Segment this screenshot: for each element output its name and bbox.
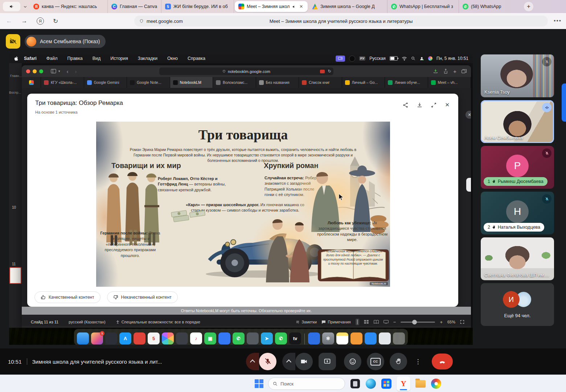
safari-tab-10[interactable]: Meet – vh... bbox=[428, 77, 471, 88]
dock-photos-icon[interactable] bbox=[162, 332, 174, 344]
taskbar-store[interactable] bbox=[381, 378, 392, 389]
menu-item-4[interactable]: Вид bbox=[89, 56, 104, 61]
dock-phone-icon[interactable]: ✆ bbox=[233, 332, 245, 344]
dock-finder-icon[interactable] bbox=[77, 332, 89, 344]
menu-item-2[interactable]: Файл bbox=[43, 56, 61, 61]
mic-options-button[interactable] bbox=[246, 353, 259, 370]
dock-mail-icon[interactable] bbox=[365, 332, 377, 344]
safari-tab-1[interactable]: КГУ «Школа-... bbox=[41, 77, 84, 88]
present-button[interactable] bbox=[319, 353, 336, 370]
menu-item-8[interactable]: Справка bbox=[184, 56, 209, 61]
notes-button[interactable]: Заметки bbox=[296, 320, 317, 324]
safari-tab-2[interactable]: Google Gemini bbox=[84, 77, 127, 88]
participant-tile-others[interactable]: И Ещё 94 чел. bbox=[481, 283, 554, 326]
normal-view-button[interactable] bbox=[356, 319, 359, 325]
safari-tab-7[interactable]: Список книг bbox=[299, 77, 342, 88]
dock-trash-icon[interactable] bbox=[393, 332, 405, 344]
browser-tab-whatsapp-1[interactable]: ✆ WhatsApp | Бесплатный з bbox=[387, 0, 459, 13]
taskbar-app-contrast[interactable] bbox=[350, 378, 361, 389]
close-tab-icon[interactable]: ✕ bbox=[299, 4, 303, 9]
participant-tile-rymkesh[interactable]: Р 1 Рымкеш Дюсембаева bbox=[481, 146, 554, 189]
comments-button[interactable]: Примечания bbox=[321, 320, 351, 324]
sidebar-toggle-icon[interactable] bbox=[51, 69, 56, 73]
reload-button[interactable]: ↻ bbox=[49, 13, 62, 29]
zoom-percentage[interactable]: 65% bbox=[447, 320, 455, 324]
presentation-off-button[interactable] bbox=[6, 34, 20, 49]
participant-tile-ksenia[interactable]: Ksenia Tsoy bbox=[481, 54, 554, 97]
browser-tab-canva[interactable]: C Главная — Canva bbox=[108, 0, 161, 13]
dock-photo-booth-icon[interactable] bbox=[176, 332, 188, 344]
browser-tab-slides[interactable]: 5 ЖИ білім беруде. ИИ в об bbox=[161, 0, 234, 13]
fullscreen-icon[interactable] bbox=[431, 102, 437, 108]
accessibility-status[interactable]: Специальные возможности: все в порядке bbox=[116, 320, 200, 324]
browser-tab-drive[interactable]: Зимняя школа – Google Д bbox=[308, 0, 387, 13]
vpn-icon[interactable] bbox=[349, 56, 355, 62]
user-switch-icon[interactable] bbox=[419, 56, 424, 61]
language-name[interactable]: Русская bbox=[369, 56, 386, 61]
safari-back-icon[interactable]: ‹ bbox=[67, 68, 69, 74]
tab-audio-button[interactable] bbox=[3, 2, 20, 11]
download-icon[interactable] bbox=[417, 102, 423, 108]
dock-facetime-icon[interactable]: ▣ bbox=[204, 332, 216, 344]
control-center-icon[interactable] bbox=[428, 56, 432, 61]
safari-address-field[interactable]: notebooklm.google.com ↻ bbox=[159, 68, 333, 75]
dock-grey-app-icon[interactable] bbox=[247, 332, 259, 344]
side-panel-handle[interactable] bbox=[562, 83, 566, 122]
spotlight-icon[interactable] bbox=[411, 56, 415, 61]
menu-item-7[interactable]: Окно bbox=[164, 56, 181, 61]
safari-tab-3[interactable]: Google Note... bbox=[127, 77, 170, 88]
close-window-button[interactable] bbox=[26, 69, 30, 73]
dock-red-app-icon[interactable] bbox=[134, 332, 145, 344]
chevron-down-icon[interactable] bbox=[20, 5, 30, 9]
raise-hand-button[interactable] bbox=[390, 353, 407, 370]
tab-overview-icon[interactable] bbox=[462, 69, 467, 74]
safari-tab-6[interactable]: Без названия bbox=[256, 77, 299, 88]
back-button[interactable]: ← bbox=[3, 13, 15, 29]
participant-tile-svetlana[interactable]: Светлана Филатова ШЛ им.... bbox=[481, 237, 554, 280]
dock-dark-app-icon[interactable] bbox=[105, 332, 117, 344]
safari-tab-5[interactable]: Волоколамс... bbox=[213, 77, 256, 88]
slide-thumbnail[interactable] bbox=[9, 267, 21, 284]
taskbar-browser-colorful[interactable] bbox=[431, 378, 442, 389]
dock-blue-app-icon[interactable] bbox=[218, 332, 230, 344]
camera-options-button[interactable] bbox=[282, 353, 295, 370]
language-indicator[interactable]: русский (Казахстан) bbox=[69, 320, 105, 324]
mic-toggle-button[interactable] bbox=[259, 353, 276, 370]
zoom-slider-knob[interactable] bbox=[412, 320, 417, 324]
new-tab-button[interactable]: + bbox=[524, 2, 533, 11]
dock-telegram-icon[interactable]: ➤ bbox=[261, 332, 273, 344]
sidebar-chevron-icon[interactable]: ▾ bbox=[58, 69, 60, 73]
dock-light-app-icon[interactable] bbox=[379, 332, 391, 344]
background-close-icon[interactable]: ✕ bbox=[465, 111, 471, 119]
pinned-tab[interactable] bbox=[22, 77, 41, 88]
downloads-icon[interactable] bbox=[433, 69, 438, 74]
safari-tab-8[interactable]: Личный – Go... bbox=[342, 77, 385, 88]
camera-toggle-button[interactable] bbox=[295, 353, 313, 370]
dock-settings-icon[interactable]: ✱ bbox=[322, 332, 334, 344]
grid-view-button[interactable] bbox=[364, 320, 369, 324]
wifi-icon[interactable] bbox=[402, 57, 407, 61]
browser-tab-meet-active[interactable]: Meet – Зимняя школ ✕ bbox=[235, 1, 308, 12]
safari-new-tab-icon[interactable]: + bbox=[453, 68, 456, 74]
bad-content-button[interactable]: Некачественный контент bbox=[107, 291, 178, 303]
dock-calendar-icon[interactable]: 5 bbox=[148, 332, 160, 344]
close-icon[interactable]: ✕ bbox=[445, 102, 450, 108]
dock-notes-icon[interactable] bbox=[336, 332, 348, 344]
good-content-button[interactable]: Качественный контент bbox=[34, 291, 101, 303]
share-icon[interactable] bbox=[443, 69, 448, 74]
screen-share-icon[interactable] bbox=[336, 56, 345, 62]
menu-item-3[interactable]: Правка bbox=[64, 56, 86, 61]
presenter-view-button[interactable] bbox=[384, 320, 389, 324]
apple-icon[interactable] bbox=[14, 56, 19, 61]
safari-tab-9[interactable]: Линия обуче... bbox=[385, 77, 428, 88]
zoom-window-button[interactable] bbox=[39, 69, 43, 73]
taskbar-search[interactable]: Поиск bbox=[268, 377, 345, 390]
dock-tv-icon[interactable]: tv bbox=[289, 332, 301, 344]
zoom-slider[interactable] bbox=[401, 322, 435, 323]
address-bar[interactable]: meet.google.com Meet – Зимняя школа для … bbox=[134, 16, 548, 26]
menu-item-6[interactable]: Закладки bbox=[135, 56, 161, 61]
reactions-button[interactable] bbox=[344, 353, 361, 370]
zoom-out-button[interactable]: − bbox=[393, 319, 396, 325]
browser-tab-yandex[interactable]: Я канва — Яндекс: нашлась bbox=[30, 0, 108, 13]
browser-tab-whatsapp-2[interactable]: ✆ (58) WhatsApp bbox=[459, 0, 516, 13]
